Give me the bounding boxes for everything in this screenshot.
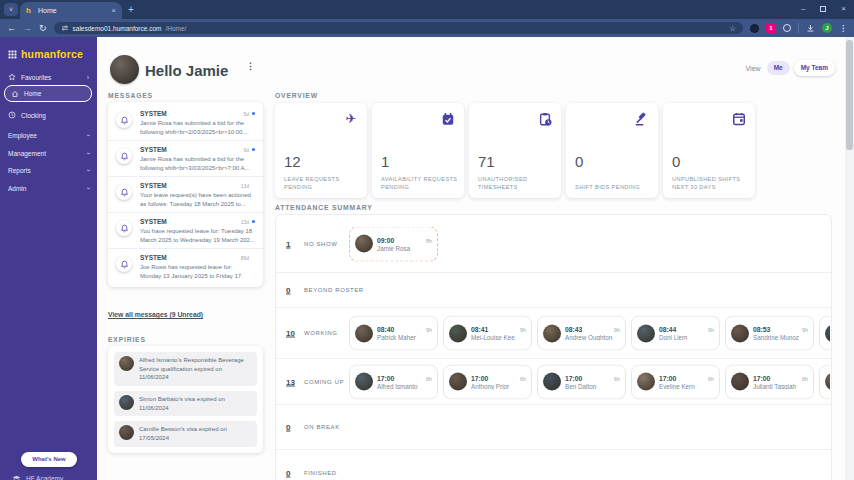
message-item[interactable]: SYSTEM 13d Your leave request(s) have be… (108, 176, 263, 212)
expiry-item[interactable]: Alfred Ismanto's Responsible Beverage Se… (114, 352, 257, 386)
overview-card[interactable]: 71 UNAUTHORISED TIMESHEETS (469, 103, 561, 198)
star-icon (8, 73, 16, 81)
view-toggle-me[interactable]: Me (767, 61, 790, 75)
url-path: /Home/ (165, 25, 186, 32)
attendance-count[interactable]: 0 (286, 468, 290, 477)
new-tab-button[interactable]: + (128, 4, 134, 15)
chevron-icon: › (84, 169, 91, 171)
shift-chip[interactable] (819, 316, 830, 351)
overview-card[interactable]: ✈ 12 LEAVE REQUESTS PENDING (275, 103, 367, 198)
shift-chip[interactable]: 17:00 6h Ben Dalton (537, 364, 626, 399)
avatar (355, 235, 373, 253)
sidebar-item-home[interactable]: Home (4, 85, 92, 102)
message-item[interactable]: SYSTEM 5d Jamie Rosa has submitted a bid… (108, 105, 263, 140)
attendance-count[interactable]: 13 (286, 377, 295, 386)
message-item[interactable]: SYSTEM 13d You have requested leave for:… (108, 212, 263, 248)
shift-chip[interactable]: 08:41 9h Mei-Louise Kee (443, 316, 532, 351)
browser-menu-icon[interactable]: ⋮ (839, 24, 847, 33)
sidebar-item-admin[interactable]: Admin › (8, 181, 93, 195)
avatar (355, 373, 373, 391)
back-button[interactable]: ← (7, 24, 16, 33)
scrollbar-thumb[interactable] (846, 40, 853, 150)
download-icon[interactable] (806, 24, 815, 33)
logo[interactable]: humanforce (8, 48, 83, 60)
attendance-count[interactable]: 0 (286, 423, 290, 432)
shift-chip[interactable]: 09:00 8h Jamie Rosa (349, 226, 438, 261)
attendance-count[interactable]: 10 (286, 329, 295, 338)
extension-icon-ring[interactable] (783, 24, 791, 32)
message-item[interactable]: SYSTEM 89d Joe Rossi has requested leave… (108, 248, 263, 284)
attendance-label: FINISHED (304, 470, 337, 476)
header-menu-icon[interactable]: ⋮ (246, 61, 255, 71)
avatar (355, 324, 373, 342)
page-scrollbar[interactable] (845, 37, 854, 480)
expiries-card: Alfred Ismanto's Responsible Beverage Se… (108, 346, 263, 453)
chevron-icon: › (84, 187, 91, 189)
user-avatar[interactable] (110, 55, 139, 84)
expiry-item[interactable]: Simon Barbato's visa expired on 11/06/20… (114, 391, 257, 416)
tab-favicon: h (26, 7, 34, 15)
attendance-label: NO SHOW (304, 241, 338, 247)
sidebar-item-clocking[interactable]: Clocking (8, 108, 93, 122)
browser-profile-avatar[interactable]: J (822, 23, 832, 33)
avatar (119, 356, 134, 371)
tab-close-icon[interactable]: × (111, 6, 116, 15)
calendar-check-icon (441, 112, 455, 126)
sidebar-item-favourites[interactable]: Favourites › (8, 70, 93, 84)
window-maximize-button[interactable] (820, 6, 826, 12)
bell-icon (116, 256, 132, 272)
shift-duration: 9h (802, 327, 808, 333)
window-close-button[interactable]: × (841, 4, 846, 13)
sidebar-item-academy[interactable]: HF Academy (12, 474, 63, 480)
shift-chip[interactable]: 17:00 6h Julianti Tasqiah (725, 364, 814, 399)
expiry-item[interactable]: Camille Besson's visa expired on 17/05/2… (114, 421, 257, 446)
apps-grid-icon[interactable] (8, 50, 17, 59)
message-age: 89d (241, 255, 249, 261)
shift-chip[interactable]: 17:00 6h Eveline Kern (631, 364, 720, 399)
browser-titlebar: ˅ h Home × + – × (0, 0, 854, 19)
messages-heading: MESSAGES (108, 92, 153, 99)
tab-search-button[interactable]: ˅ (4, 3, 18, 16)
shift-chip[interactable]: 17:00 6h Anthony Prior (443, 364, 532, 399)
sidebar-item-label: Management (8, 150, 82, 157)
message-sender: SYSTEM (140, 146, 240, 153)
shift-chip[interactable]: 08:44 9h Doni Liem (631, 316, 720, 351)
shift-chip[interactable] (819, 364, 830, 399)
shift-duration: 6h (426, 375, 432, 381)
attendance-count[interactable]: 0 (286, 286, 290, 295)
shift-duration: 8h (426, 237, 432, 243)
shift-time: 08:43 (565, 326, 614, 333)
sidebar-item-employee[interactable]: Employee › (8, 128, 93, 142)
address-bar[interactable]: salesdemo01.humanforce.com/Home/ ☆ (54, 22, 743, 34)
view-all-messages-link[interactable]: View all messages (9 Unread) (108, 311, 203, 318)
attendance-count[interactable]: 1 (286, 239, 290, 248)
shift-chip[interactable]: 17:00 6h Alfred Ismanto (349, 364, 438, 399)
sidebar-item-label: Home (24, 90, 85, 97)
overview-card[interactable]: 1 AVAILABILITY REQUESTS PENDING (372, 103, 464, 198)
forward-button[interactable]: → (23, 24, 32, 33)
shift-chip[interactable]: 08:43 9h Andrew Oughton (537, 316, 626, 351)
extension-icon-badge[interactable]: 1 (766, 23, 776, 33)
window-minimize-button[interactable]: – (801, 4, 805, 13)
shift-chip[interactable]: 08:40 9h Patrick Maher (349, 316, 438, 351)
shift-person-name: Alfred Ismanto (377, 382, 432, 389)
attendance-chips: 08:40 9h Patrick Maher 08:41 9h Mei-Loui… (349, 316, 830, 351)
attendance-label: COMING UP (304, 379, 344, 385)
extension-icon-dark[interactable] (750, 24, 759, 33)
shift-chip[interactable]: 08:53 9h Sandrine Munoz (725, 316, 814, 351)
whats-new-button[interactable]: What's New (21, 452, 77, 467)
avatar (825, 373, 830, 391)
message-item[interactable]: SYSTEM 6d Jamie Rosa has submitted a bid… (108, 140, 263, 176)
site-settings-icon[interactable] (61, 24, 69, 32)
overview-card[interactable]: 0 UNPUBLISHED SHIFTS NEXT 30 DAYS (663, 103, 755, 198)
shift-person-name: Sandrine Munoz (753, 334, 808, 341)
overview-card[interactable]: 0 SHIFT BIDS PENDING (566, 103, 658, 198)
view-toggle-my-team[interactable]: My Team (794, 60, 835, 76)
sidebar-item-reports[interactable]: Reports › (8, 163, 93, 177)
sidebar-item-label: Clocking (21, 112, 93, 119)
browser-tab[interactable]: h Home × (20, 2, 122, 19)
bookmark-star-icon[interactable]: ☆ (729, 24, 736, 33)
sidebar-item-management[interactable]: Management › (8, 146, 93, 160)
reload-button[interactable]: ↻ (39, 24, 47, 33)
shift-person-name: Jamie Rosa (377, 244, 432, 251)
